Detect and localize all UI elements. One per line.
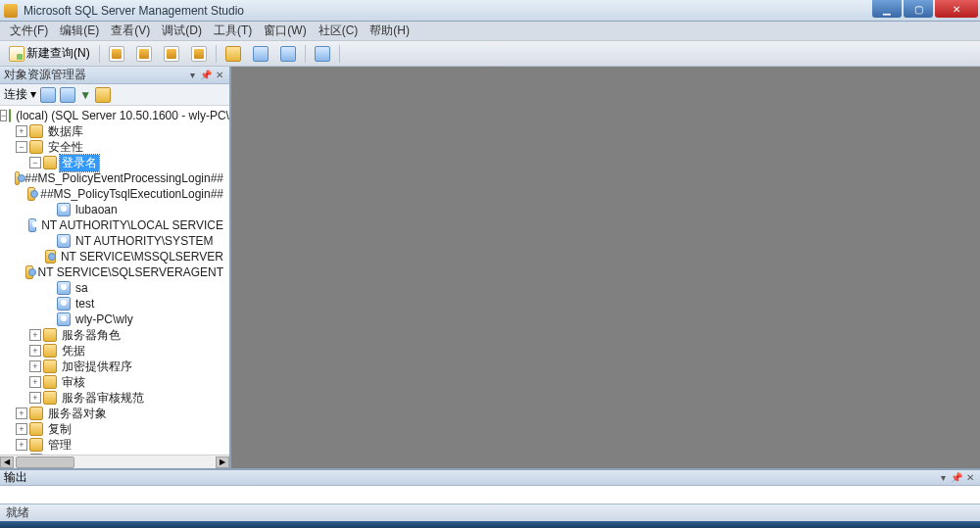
tree-login-item[interactable]: NT AUTHORITY\LOCAL SERVICE [0,217,229,233]
expand-icon[interactable]: + [16,408,27,419]
folder-icon [29,438,43,452]
login-icon [45,250,56,264]
login-label: wly-PC\wly [74,312,135,326]
tree-login-item[interactable]: ##MS_PolicyEventProcessingLogin## [0,170,229,186]
taskbar-edge [0,521,980,528]
expand-icon[interactable]: + [16,423,27,435]
filter-icon[interactable]: ▼ [79,88,91,102]
tree-logins[interactable]: − 登录名 [0,155,229,170]
menu-window[interactable]: 窗口(W) [258,21,312,41]
tree-server-objects[interactable]: +服务器对象 [0,406,229,421]
expand-icon[interactable]: + [16,439,27,451]
save-all-button[interactable] [275,43,301,65]
login-label: ##MS_PolicyTsqlExecutionLogin## [38,187,225,201]
panel-pin-icon[interactable]: 📌 [200,70,212,81]
login-label: test [74,297,96,311]
tree-login-item[interactable]: ##MS_PolicyTsqlExecutionLogin## [0,186,229,202]
scroll-right-icon[interactable]: ▶ [216,456,229,468]
tree-security[interactable]: − 安全性 [0,139,229,155]
window-controls: ▁ ▢ ✕ [872,0,980,18]
toolbar: 新建查询(N) [0,41,980,67]
tree-server-roles[interactable]: +服务器角色 [0,327,229,343]
tree-login-item[interactable]: lubaoan [0,202,229,217]
close-button[interactable]: ✕ [935,0,978,18]
expand-icon[interactable]: + [29,329,41,341]
expand-icon[interactable]: + [29,360,41,372]
menu-file[interactable]: 文件(F) [4,21,54,41]
tree-server-node[interactable]: − (local) (SQL Server 10.50.1600 - wly-P… [0,108,229,123]
panel-close-icon[interactable]: ✕ [964,472,976,484]
collapse-icon[interactable]: − [29,157,41,168]
connect-icon[interactable] [40,87,56,103]
panel-close-icon[interactable]: ✕ [214,70,225,81]
horizontal-scrollbar[interactable]: ◀ ▶ [0,455,229,468]
expand-icon[interactable]: + [29,392,41,404]
tree-login-item[interactable]: NT SERVICE\SQLSERVERAGENT [0,264,229,280]
login-label: NT AUTHORITY\SYSTEM [74,234,215,248]
tb-btn-3[interactable] [159,43,184,65]
menu-help[interactable]: 帮助(H) [364,21,416,41]
tree-login-item[interactable]: NT SERVICE\MSSQLSERVER [0,249,229,264]
logins-label: 登录名 [60,155,99,171]
expand-icon[interactable]: + [29,376,41,388]
folder-icon [43,391,57,405]
scroll-left-icon[interactable]: ◀ [0,456,14,468]
activity-monitor-button[interactable] [310,43,335,65]
tree-server-audit-spec[interactable]: +服务器审核规范 [0,390,229,406]
tree-credentials[interactable]: +凭据 [0,343,229,359]
disconnect-icon[interactable] [60,87,75,103]
menu-tools[interactable]: 工具(T) [208,21,258,41]
collapse-icon[interactable]: − [16,141,27,153]
new-query-button[interactable]: 新建查询(N) [4,43,95,65]
tree-replication[interactable]: +复制 [0,421,229,437]
maximize-button[interactable]: ▢ [904,0,933,18]
panel-dropdown-icon[interactable]: ▾ [186,70,198,81]
tb-btn-4[interactable] [186,43,212,65]
collapse-icon[interactable]: − [0,110,7,121]
connect-button[interactable]: 连接 ▾ [4,86,36,103]
menu-edit[interactable]: 编辑(E) [54,21,105,41]
tree-login-item[interactable]: NT AUTHORITY\SYSTEM [0,233,229,249]
refresh-icon[interactable] [95,87,111,103]
replication-label: 复制 [46,421,74,438]
expand-icon[interactable]: + [16,125,27,137]
login-label: sa [74,281,90,295]
folder-icon [29,124,43,138]
tb-btn-2[interactable] [131,43,157,65]
open-button[interactable] [220,43,246,65]
scrollbar-thumb[interactable] [16,456,74,468]
expand-icon[interactable]: + [29,345,41,357]
object-explorer-title: 对象资源管理器 [4,67,86,83]
menu-community[interactable]: 社区(C) [313,21,365,41]
tb-btn-1[interactable] [104,43,129,65]
databases-label: 数据库 [46,123,85,140]
tree-crypto-providers[interactable]: +加密提供程序 [0,359,229,374]
object-explorer-tree[interactable]: − (local) (SQL Server 10.50.1600 - wly-P… [0,106,229,455]
login-icon [57,234,71,248]
tree-management[interactable]: +管理 [0,437,229,453]
folder-icon [29,422,43,436]
management-label: 管理 [46,437,74,454]
menu-debug[interactable]: 调试(D) [156,21,208,41]
tree-login-item[interactable]: wly-PC\wly [0,312,229,327]
folder-icon [43,328,57,342]
tree-login-item[interactable]: sa [0,280,229,296]
save-button[interactable] [248,43,273,65]
tree-audits[interactable]: +审核 [0,374,229,390]
panel-dropdown-icon[interactable]: ▾ [937,472,949,484]
login-icon [57,312,71,326]
credentials-label: 凭据 [60,343,87,360]
login-icon [25,265,32,279]
activity-icon [315,46,330,62]
tree-login-item[interactable]: test [0,296,229,312]
minimize-button[interactable]: ▁ [872,0,902,18]
tree-sql-agent[interactable]: +SQL Server 代理 [0,453,229,455]
server-audit-spec-label: 服务器审核规范 [60,390,146,407]
doc-icon [164,46,179,62]
open-icon [225,46,241,62]
menu-view[interactable]: 查看(V) [105,21,156,41]
tree-databases[interactable]: + 数据库 [0,123,229,139]
menu-bar: 文件(F) 编辑(E) 查看(V) 调试(D) 工具(T) 窗口(W) 社区(C… [0,22,980,41]
panel-pin-icon[interactable]: 📌 [951,472,962,484]
save-icon [253,46,269,62]
